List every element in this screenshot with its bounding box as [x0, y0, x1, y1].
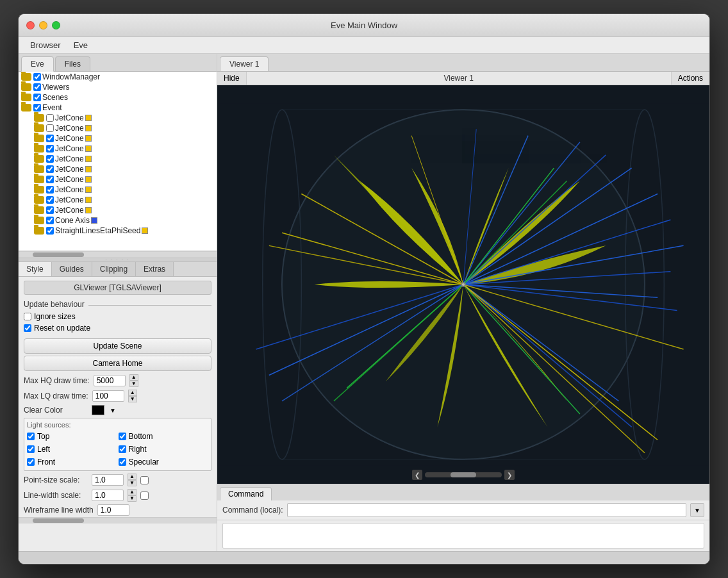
- tree-item-viewers[interactable]: Viewers: [19, 82, 217, 92]
- point-size-down[interactable]: ▼: [128, 480, 136, 486]
- tree-check-windowmanager[interactable]: [33, 73, 41, 81]
- command-input[interactable]: [287, 503, 686, 517]
- tree-item-straightlines[interactable]: StraightLinesEtaPhiSeed: [19, 226, 217, 236]
- style-tab-guides[interactable]: Guides: [52, 262, 92, 276]
- style-hscroll[interactable]: [19, 517, 217, 524]
- folder-icon: [34, 165, 44, 173]
- light-front: Front: [27, 456, 117, 468]
- tree-item-jetcone-7[interactable]: JetCone: [19, 174, 217, 185]
- light-left-checkbox[interactable]: [27, 445, 35, 453]
- scroll-right-btn[interactable]: ❯: [504, 470, 515, 480]
- hide-button[interactable]: Hide: [217, 72, 247, 85]
- light-bottom: Bottom: [119, 431, 209, 442]
- light-right-checkbox[interactable]: [119, 445, 126, 453]
- scroll-left-btn[interactable]: ❮: [412, 470, 422, 480]
- close-button[interactable]: [26, 21, 35, 29]
- line-width-check[interactable]: [140, 491, 149, 500]
- update-scene-btn[interactable]: Update Scene: [24, 338, 211, 354]
- tree-check-jetcone-4[interactable]: [46, 145, 54, 153]
- tree-item-scenes[interactable]: Scenes: [19, 92, 217, 103]
- point-size-up[interactable]: ▲: [128, 474, 136, 480]
- tab-files[interactable]: Files: [55, 56, 90, 71]
- light-front-checkbox[interactable]: [27, 458, 35, 466]
- viewer-canvas[interactable]: ❮ ❯: [217, 85, 709, 484]
- point-size-input[interactable]: [92, 474, 124, 486]
- glviewer-btn[interactable]: GLViewer [TGLSAViewer]: [24, 281, 211, 295]
- hscroll-thumb[interactable]: [33, 252, 84, 257]
- command-dropdown-btn[interactable]: ▼: [690, 503, 704, 517]
- tree-item-jetcone-10[interactable]: JetCone: [19, 205, 217, 215]
- light-bottom-checkbox[interactable]: [119, 433, 126, 440]
- light-top-checkbox[interactable]: [27, 433, 35, 440]
- tree-check-jetcone-8[interactable]: [46, 186, 54, 194]
- style-tab-extras[interactable]: Extras: [136, 262, 174, 276]
- folder-icon: [34, 135, 44, 142]
- wireframe-input[interactable]: [97, 504, 129, 516]
- tree-check-scenes[interactable]: [33, 94, 41, 101]
- viewer-tab-1[interactable]: Viewer 1: [220, 56, 269, 71]
- tree-check-jetcone-3[interactable]: [46, 135, 54, 142]
- maximize-button[interactable]: [52, 21, 60, 29]
- max-lq-input[interactable]: [92, 390, 124, 402]
- camera-home-btn[interactable]: Camera Home: [24, 356, 211, 371]
- point-size-check[interactable]: [140, 476, 149, 484]
- max-hq-input[interactable]: [94, 375, 126, 386]
- tree-check-cone-axis[interactable]: [46, 217, 54, 224]
- color-box: [85, 156, 92, 162]
- folder-icon: [21, 104, 31, 111]
- color-box-blue: [91, 217, 97, 224]
- line-width-up[interactable]: ▲: [128, 489, 136, 495]
- tree-check-jetcone-9[interactable]: [46, 196, 54, 204]
- tab-eve[interactable]: Eve: [21, 56, 54, 72]
- tree-item-jetcone-4[interactable]: JetCone: [19, 144, 217, 154]
- tree-check-jetcone-5[interactable]: [46, 155, 54, 163]
- light-specular-checkbox[interactable]: [119, 458, 126, 466]
- command-tab[interactable]: Command: [220, 487, 272, 500]
- tree-panel[interactable]: WindowManager Viewers Scenes Event: [19, 72, 217, 251]
- tree-check-jetcone-2[interactable]: [46, 124, 54, 132]
- actions-button[interactable]: Actions: [671, 72, 709, 85]
- folder-icon: [34, 176, 44, 183]
- max-lq-up[interactable]: ▲: [128, 390, 137, 396]
- max-lq-spinner: ▲ ▼: [128, 390, 137, 402]
- line-width-down[interactable]: ▼: [128, 495, 136, 502]
- tree-item-jetcone-9[interactable]: JetCone: [19, 195, 217, 205]
- tree-check-event[interactable]: [33, 104, 41, 111]
- tree-item-jetcone-1[interactable]: JetCone: [19, 113, 217, 123]
- menu-eve[interactable]: Eve: [67, 39, 94, 51]
- folder-icon: [21, 73, 31, 81]
- viewer-tabs: Viewer 1: [217, 54, 709, 72]
- tree-item-jetcone-5[interactable]: JetCone: [19, 154, 217, 164]
- tree-item-event[interactable]: Event: [19, 103, 217, 113]
- hscroll-thumb-style[interactable]: [33, 518, 84, 523]
- tree-item-cone-axis[interactable]: Cone Axis: [19, 215, 217, 226]
- tree-item-jetcone-6[interactable]: JetCone: [19, 164, 217, 174]
- color-box: [85, 115, 92, 121]
- scroll-track: [425, 472, 502, 477]
- minimize-button[interactable]: [39, 21, 47, 29]
- tree-check-straightlines[interactable]: [46, 227, 54, 235]
- max-hq-down[interactable]: ▼: [129, 381, 138, 387]
- style-tab-clipping[interactable]: Clipping: [92, 262, 136, 276]
- tree-check-jetcone-1[interactable]: [46, 114, 54, 122]
- ignore-sizes-checkbox[interactable]: [24, 313, 31, 320]
- line-width-input[interactable]: [92, 490, 124, 501]
- tree-item-jetcone-8[interactable]: JetCone: [19, 185, 217, 195]
- max-lq-down[interactable]: ▼: [128, 396, 137, 402]
- tree-item-windowmanager[interactable]: WindowManager: [19, 72, 217, 82]
- line-width-spinner: ▲ ▼: [128, 489, 136, 502]
- max-hq-up[interactable]: ▲: [129, 374, 138, 381]
- reset-on-update-checkbox[interactable]: [24, 324, 31, 332]
- tree-item-jetcone-3[interactable]: JetCone: [19, 133, 217, 144]
- tree-check-jetcone-10[interactable]: [46, 206, 54, 214]
- clear-color-swatch[interactable]: [92, 405, 104, 415]
- menu-browser[interactable]: Browser: [24, 39, 67, 51]
- color-box: [85, 125, 92, 131]
- tree-check-viewers[interactable]: [33, 83, 41, 91]
- tree-check-jetcone-7[interactable]: [46, 176, 54, 183]
- tree-item-jetcone-2[interactable]: JetCone: [19, 123, 217, 133]
- clear-color-dropdown[interactable]: ▼: [110, 407, 116, 414]
- scroll-thumb[interactable]: [451, 472, 476, 477]
- style-tab-style[interactable]: Style: [19, 262, 52, 276]
- tree-check-jetcone-6[interactable]: [46, 165, 54, 173]
